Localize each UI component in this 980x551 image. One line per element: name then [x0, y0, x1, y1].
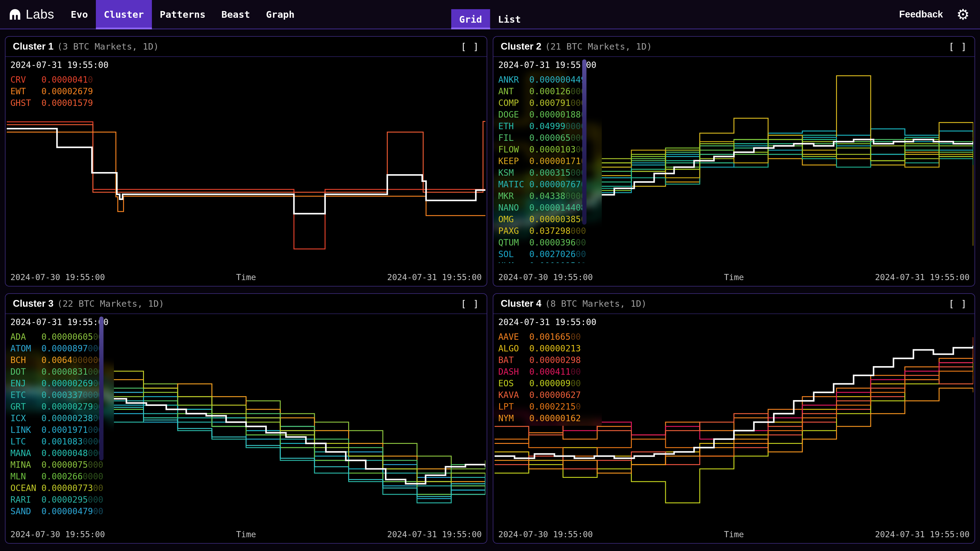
- legend-row-atom[interactable]: ATOM0.0000897000: [10, 343, 108, 354]
- nav-tab-cluster[interactable]: Cluster: [96, 0, 152, 29]
- legend-row-rari[interactable]: RARI0.0000295000: [10, 494, 108, 505]
- legend-rows: ANKR0.000000449ANT0.000126000COMP0.00079…: [498, 74, 596, 263]
- legend-row-flow[interactable]: FLOW0.000010300: [498, 144, 596, 155]
- legend-value: 0.049990000: [529, 121, 586, 131]
- legend-row-lpt[interactable]: LPT0.00022150: [498, 401, 596, 412]
- legend-rows: AAVE0.00166500ALGO0.00000213BAT0.0000029…: [498, 331, 596, 424]
- chart-area[interactable]: 2024-07-31 19:55:00 AAVE0.00166500ALGO0.…: [493, 314, 975, 543]
- legend-symbol: SC: [10, 518, 41, 520]
- legend-value: 0.0002660000: [41, 472, 103, 481]
- legend-row-enj[interactable]: ENJ0.0000026900: [10, 378, 108, 389]
- nav-tab-beast[interactable]: Beast: [213, 0, 258, 29]
- legend-row-ksm[interactable]: KSM0.000315000: [498, 167, 596, 178]
- view-toggle-list[interactable]: List: [490, 9, 529, 29]
- panel-subtitle: (3 BTC Markets, 1D): [57, 41, 159, 52]
- nav-tab-graph[interactable]: Graph: [258, 0, 302, 29]
- legend-symbol: LPT: [498, 402, 529, 412]
- legend-scrollbar[interactable]: [99, 316, 103, 460]
- legend-row-ankr[interactable]: ANKR0.000000449: [498, 74, 596, 86]
- legend-value: 0.0000027900: [41, 402, 103, 412]
- legend-row-ewt[interactable]: EWT0.00002679: [10, 86, 108, 97]
- legend-row-ada[interactable]: ADA0.0000060500: [10, 331, 108, 343]
- legend-symbol: XLM: [498, 261, 529, 263]
- legend-row-algo[interactable]: ALGO0.00000213: [498, 343, 596, 354]
- chart-area[interactable]: 2024-07-31 19:55:00 CRV0.00000410EWT0.00…: [5, 57, 487, 286]
- crosshair-timestamp: 2024-07-31 19:55:00: [10, 317, 108, 327]
- expand-button[interactable]: [ ]: [949, 299, 967, 309]
- legend-symbol: PAXG: [498, 226, 529, 236]
- legend-value: 0.000039600: [529, 238, 586, 248]
- legend-row-dash[interactable]: DASH0.00041100: [498, 366, 596, 378]
- legend-symbol: MKR: [498, 191, 529, 201]
- view-toggle-grid[interactable]: Grid: [451, 9, 490, 29]
- nav-tab-patterns[interactable]: Patterns: [152, 0, 213, 29]
- legend-row-matic[interactable]: MATIC0.000007670: [498, 178, 596, 190]
- legend-value: 0.0000047900: [41, 506, 103, 516]
- chart-legend: 2024-07-31 19:55:00 AAVE0.00166500ALGO0.…: [493, 314, 602, 426]
- x-axis-start: 2024-07-30 19:55:00: [498, 530, 593, 539]
- legend-row-eos[interactable]: EOS0.00000900: [498, 378, 596, 389]
- x-axis: 2024-07-30 19:55:00 Time 2024-07-31 19:5…: [498, 272, 970, 283]
- feedback-button[interactable]: Feedback: [899, 9, 943, 20]
- legend-symbol: MLN: [10, 472, 41, 481]
- legend-row-dot[interactable]: DOT0.0000831000: [10, 366, 108, 378]
- legend-row-ltc[interactable]: LTC0.0010830000: [10, 436, 108, 447]
- nav-tabs: EvoClusterPatternsBeastGraph: [63, 0, 302, 29]
- legend-row-crv[interactable]: CRV0.00000410: [10, 74, 108, 86]
- legend-row-omg[interactable]: OMG0.000003850: [498, 213, 596, 225]
- legend-symbol: KSM: [498, 168, 529, 178]
- legend-row-nym[interactable]: NYM0.00000162: [498, 412, 596, 424]
- legend-symbol: OCEAN: [10, 483, 41, 493]
- nav-right: Feedback ⚙: [899, 0, 980, 29]
- kraken-arch-icon: [8, 7, 22, 21]
- expand-button[interactable]: [ ]: [461, 41, 479, 52]
- cluster-panel-4: Cluster 4 (8 BTC Markets, 1D) [ ] 2024-0…: [493, 293, 975, 544]
- legend-row-link[interactable]: LINK0.0001971000: [10, 424, 108, 436]
- legend-row-eth[interactable]: ETH0.049990000: [498, 120, 596, 132]
- chart-area[interactable]: 2024-07-31 19:55:00 ANKR0.000000449ANT0.…: [493, 57, 975, 286]
- x-axis: 2024-07-30 19:55:00 Time 2024-07-31 19:5…: [10, 272, 482, 283]
- crosshair-timestamp: 2024-07-31 19:55:00: [498, 60, 596, 70]
- legend-row-doge[interactable]: DOGE0.000001880: [498, 109, 596, 120]
- legend-value: 0.0000075000: [41, 460, 103, 470]
- legend-row-etc[interactable]: ETC0.0003370000: [10, 389, 108, 401]
- legend-row-sol[interactable]: SOL0.002702600: [498, 248, 596, 260]
- legend-row-grt[interactable]: GRT0.0000027900: [10, 401, 108, 412]
- legend-row-paxg[interactable]: PAXG0.037298000: [498, 225, 596, 237]
- x-axis: 2024-07-30 19:55:00 Time 2024-07-31 19:5…: [498, 530, 970, 540]
- legend-row-fil[interactable]: FIL0.000065000: [498, 132, 596, 144]
- legend-row-nano[interactable]: NANO0.000014408: [498, 202, 596, 213]
- legend-row-icx[interactable]: ICX0.0000023800: [10, 412, 108, 424]
- expand-button[interactable]: [ ]: [461, 299, 479, 309]
- legend-symbol: MATIC: [498, 179, 529, 189]
- legend-row-qtum[interactable]: QTUM0.000039600: [498, 237, 596, 248]
- legend-row-xlm[interactable]: XLM0.000001540: [498, 260, 596, 263]
- settings-gear-icon[interactable]: ⚙: [956, 7, 970, 22]
- legend-value: 0.000007670: [529, 179, 586, 189]
- legend-symbol: EOS: [498, 378, 529, 389]
- legend-symbol: ENJ: [10, 378, 41, 389]
- legend-row-keep[interactable]: KEEP0.000001710: [498, 155, 596, 167]
- legend-row-mln[interactable]: MLN0.0002660000: [10, 470, 108, 482]
- legend-row-kava[interactable]: KAVA0.00000627: [498, 389, 596, 401]
- expand-button[interactable]: [ ]: [949, 41, 967, 52]
- legend-row-bch[interactable]: BCH0.0064000000: [10, 354, 108, 366]
- brand-logo[interactable]: Labs: [0, 0, 63, 29]
- legend-row-comp[interactable]: COMP0.000791000: [498, 97, 596, 109]
- legend-row-sc[interactable]: SC0.0000000776: [10, 517, 108, 519]
- legend-row-mana[interactable]: MANA0.0000048000: [10, 447, 108, 459]
- legend-symbol: QTUM: [498, 238, 529, 248]
- legend-row-ocean[interactable]: OCEAN0.0000077300: [10, 482, 108, 494]
- legend-scrollbar[interactable]: [582, 59, 587, 225]
- legend-row-bat[interactable]: BAT0.00000298: [498, 354, 596, 366]
- legend-row-aave[interactable]: AAVE0.00166500: [498, 331, 596, 343]
- legend-row-sand[interactable]: SAND0.0000047900: [10, 505, 108, 517]
- legend-row-mina[interactable]: MINA0.0000075000: [10, 459, 108, 470]
- legend-value: 0.000315000: [529, 168, 586, 178]
- legend-row-ghst[interactable]: GHST0.00001579: [10, 97, 108, 109]
- chart-area[interactable]: 2024-07-31 19:55:00 ADA0.0000060500ATOM0…: [5, 314, 487, 543]
- nav-tab-evo[interactable]: Evo: [63, 0, 96, 29]
- legend-symbol: ALGO: [498, 343, 529, 354]
- legend-row-ant[interactable]: ANT0.000126000: [498, 86, 596, 97]
- legend-row-mkr[interactable]: MKR0.043380000: [498, 190, 596, 202]
